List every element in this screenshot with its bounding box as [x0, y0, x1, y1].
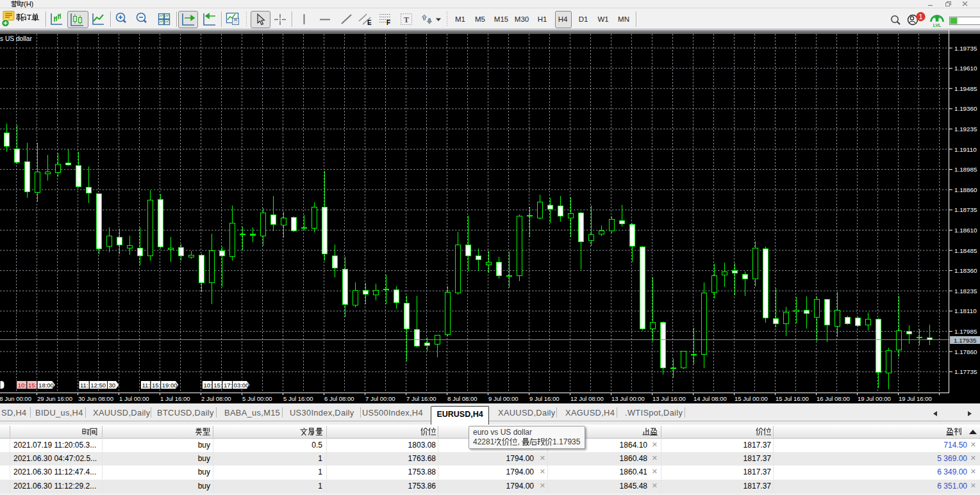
svg-text:29 Jun 16:00: 29 Jun 16:00 [37, 395, 72, 402]
svg-text:15 Jul 16:00: 15 Jul 16:00 [776, 395, 809, 402]
svg-text:30 Jun 08:00: 30 Jun 08:00 [78, 395, 113, 402]
svg-text:H1: H1 [538, 15, 547, 23]
svg-text:5 Jul 16:00: 5 Jul 16:00 [283, 395, 313, 402]
svg-text:12:50: 12:50 [90, 382, 106, 389]
svg-text:13 Jul 00:00: 13 Jul 00:00 [611, 395, 645, 402]
svg-text:15:: 15: [152, 382, 160, 389]
svg-text:2 Jul 08:00: 2 Jul 08:00 [201, 395, 231, 402]
svg-text:M30: M30 [515, 15, 529, 23]
svg-text:1.17860: 1.17860 [954, 348, 977, 355]
svg-text:s US dollar: s US dollar [0, 35, 32, 42]
svg-text:8 Jul 08:00: 8 Jul 08:00 [447, 395, 477, 402]
svg-text:1.19110: 1.19110 [954, 146, 977, 153]
svg-text:17:: 17: [224, 382, 232, 389]
svg-text:H4: H4 [558, 15, 568, 23]
svg-text:7 Jul 00:00: 7 Jul 00:00 [365, 395, 395, 402]
svg-text:14 Jul 08:00: 14 Jul 08:00 [693, 395, 727, 402]
svg-text:10:: 10: [203, 382, 212, 389]
svg-text:19:00: 19:00 [162, 382, 178, 389]
svg-text:M1: M1 [455, 15, 465, 23]
svg-text:1.17735: 1.17735 [954, 368, 977, 375]
svg-text:11:: 11: [80, 382, 88, 389]
svg-text:1.19485: 1.19485 [954, 85, 977, 92]
svg-text:12 Jul 08:00: 12 Jul 08:00 [570, 395, 604, 402]
svg-text:T: T [404, 15, 409, 24]
svg-text:D1: D1 [579, 15, 588, 23]
svg-text:6 Jul 08:00: 6 Jul 08:00 [324, 395, 354, 402]
svg-text:5 Jul 00:00: 5 Jul 00:00 [242, 395, 272, 402]
svg-text:19 Jul 00:00: 19 Jul 00:00 [858, 395, 891, 402]
svg-text:M15: M15 [494, 15, 508, 23]
svg-text:18:00: 18:00 [38, 382, 54, 389]
svg-text:15:: 15: [28, 382, 37, 389]
svg-text:7 Jul 16:00: 7 Jul 16:00 [406, 395, 436, 402]
svg-text:9 Jul 00:00: 9 Jul 00:00 [488, 395, 518, 402]
svg-text:15 Jul 00:00: 15 Jul 00:00 [735, 395, 768, 402]
svg-text:E: E [367, 19, 372, 26]
svg-text:1.18110: 1.18110 [954, 307, 977, 314]
svg-text:1 Jul 16:00: 1 Jul 16:00 [160, 395, 190, 402]
svg-text:9 Jul 16:00: 9 Jul 16:00 [529, 395, 559, 402]
svg-text:15:: 15: [213, 382, 222, 389]
svg-text:1.19610: 1.19610 [954, 65, 977, 72]
svg-text:1 Jul 00:00: 1 Jul 00:00 [119, 395, 149, 402]
svg-text:1.17935: 1.17935 [954, 337, 977, 344]
svg-text:11:: 11: [142, 382, 150, 389]
svg-text:30: 30 [109, 382, 116, 389]
svg-text:W1: W1 [597, 15, 608, 23]
svg-text:F: F [386, 19, 390, 26]
svg-text:1.17985: 1.17985 [954, 328, 977, 335]
svg-text:1.18735: 1.18735 [954, 206, 977, 213]
svg-text:1.18860: 1.18860 [954, 186, 977, 193]
svg-text:1.19235: 1.19235 [954, 126, 977, 133]
svg-text:1.18610: 1.18610 [954, 227, 977, 234]
svg-text:10:: 10: [18, 382, 26, 389]
svg-text:1: 1 [918, 13, 922, 20]
svg-text:1.19360: 1.19360 [954, 105, 977, 112]
svg-text:M5: M5 [475, 15, 485, 23]
svg-text:19 Jul 16:00: 19 Jul 16:00 [899, 395, 932, 402]
svg-text:LVL: LVL [933, 23, 942, 28]
svg-text:28 Jun 00:00: 28 Jun 00:00 [0, 395, 31, 402]
svg-text:16 Jul 08:00: 16 Jul 08:00 [817, 395, 850, 402]
svg-text:1.19735: 1.19735 [954, 45, 977, 52]
svg-text:MN: MN [618, 15, 629, 23]
svg-text:03:00: 03:00 [234, 382, 249, 389]
svg-text:1.18985: 1.18985 [954, 166, 977, 173]
svg-text:13 Jul 16:00: 13 Jul 16:00 [652, 395, 686, 402]
svg-text:1.18360: 1.18360 [954, 267, 977, 274]
svg-text:1.18485: 1.18485 [954, 247, 977, 254]
svg-text:1.18235: 1.18235 [954, 288, 977, 295]
